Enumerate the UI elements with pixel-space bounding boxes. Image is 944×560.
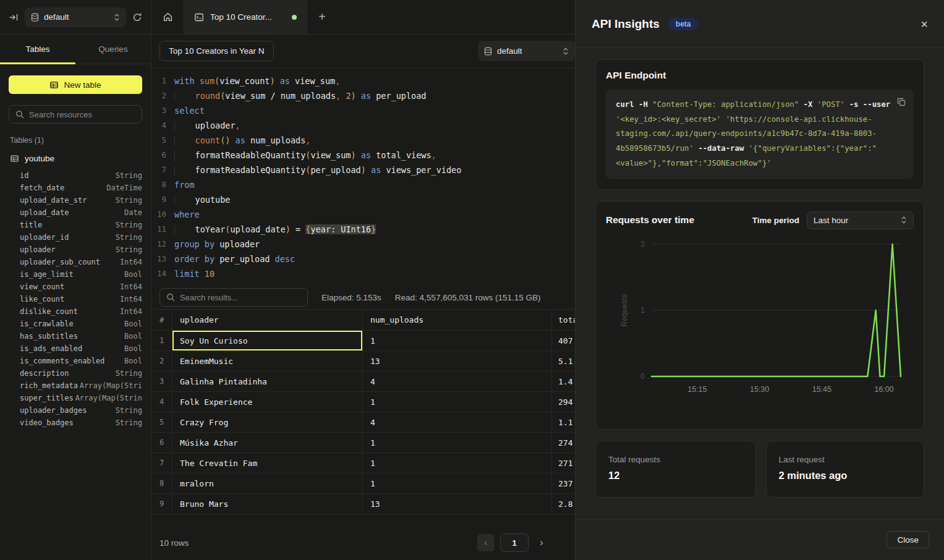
cell-num-uploads[interactable]: 13 (363, 494, 552, 514)
results-search-input[interactable] (180, 293, 301, 302)
table-row[interactable]: 1Soy Un Curioso1407 (151, 331, 575, 351)
page-number[interactable]: 1 (500, 533, 529, 552)
cell-num-uploads[interactable]: 1 (363, 473, 552, 493)
cell-num-uploads[interactable]: 13 (363, 351, 552, 371)
refresh-icon[interactable] (132, 12, 142, 22)
table-row[interactable]: 4Folk Experience1294 (151, 392, 575, 412)
table-row[interactable]: 6Músika Azhar1274 (151, 433, 575, 453)
cell-uploader[interactable]: Crazy Frog (172, 412, 363, 432)
column-row[interactable]: uploader_idString (0, 231, 151, 244)
query-tab[interactable]: Top 10 Creator... (184, 0, 307, 34)
results-search[interactable] (159, 288, 308, 307)
cell-uploader[interactable]: Folk Experience (172, 392, 363, 412)
tab-queries[interactable]: Queries (75, 35, 151, 64)
cell-num-uploads[interactable]: 4 (363, 371, 552, 391)
code-line: 11 toYear(upload_date) = {year: UInt16} (151, 222, 575, 237)
last-request-value: 2 minutes ago (779, 470, 912, 482)
cell-total-views[interactable]: 237 (552, 473, 575, 493)
column-row[interactable]: descriptionString (0, 367, 151, 380)
partial-row (151, 514, 575, 525)
column-row[interactable]: video_badgesString (0, 417, 151, 429)
column-row[interactable]: is_ads_enabledBool (0, 342, 151, 355)
query-database-selector[interactable]: default (478, 41, 575, 61)
app-window: default Tables Queries New table (0, 0, 944, 560)
collapse-sidebar-icon[interactable] (9, 12, 19, 22)
header-num-uploads[interactable]: num_uploads (363, 310, 552, 330)
column-row[interactable]: is_age_limitBool (0, 268, 151, 281)
query-toolbar: Top 10 Creators in Year N default (151, 35, 575, 68)
table-row[interactable]: 9Bruno Mars132.8 (151, 494, 575, 514)
column-row[interactable]: uploader_sub_countInt64 (0, 256, 151, 268)
table-row[interactable]: 8mralorn1237 (151, 473, 575, 494)
page-prev-button[interactable]: ‹ (477, 534, 495, 551)
home-button[interactable] (151, 0, 184, 34)
column-row[interactable]: is_crawlableBool (0, 318, 151, 330)
cell-uploader[interactable]: The Crevatin Fam (172, 453, 363, 473)
copy-icon[interactable] (896, 97, 906, 107)
time-period-label: Time period (752, 216, 799, 225)
column-row[interactable]: dislike_countInt64 (0, 305, 151, 318)
column-type: Bool (124, 357, 142, 365)
cell-total-views[interactable]: 274 (552, 433, 575, 452)
column-row[interactable]: is_comments_enabledBool (0, 355, 151, 367)
svg-text:0: 0 (640, 372, 645, 381)
token: as (356, 150, 376, 160)
line-number: 10 (151, 207, 174, 222)
column-row[interactable]: upload_date_strString (0, 194, 151, 206)
cell-total-views[interactable]: 1.4 (552, 371, 575, 391)
cell-total-views[interactable]: 1.1 (552, 412, 575, 432)
column-row[interactable]: super_titlesArray(Map(Strin (0, 392, 151, 404)
cell-uploader[interactable]: Soy Un Curioso (172, 331, 363, 350)
cell-total-views[interactable]: 407 (552, 331, 575, 350)
page-next-button[interactable]: › (534, 534, 549, 551)
header-total-views[interactable]: total_views (552, 310, 575, 330)
sidebar-search-input[interactable] (29, 110, 138, 119)
time-period-select[interactable]: Last hour (807, 211, 914, 229)
close-icon[interactable]: × (921, 18, 928, 30)
cell-num-uploads[interactable]: 1 (363, 331, 552, 350)
new-table-button[interactable]: New table (9, 75, 142, 94)
cell-uploader[interactable]: Galinha Pintadinha (172, 371, 363, 391)
table-row[interactable]: 5Crazy Frog41.1 (151, 412, 575, 433)
curl-token: --data-raw (698, 144, 744, 153)
column-row[interactable]: rich_metadataArray(Map(Stri (0, 380, 151, 392)
new-tab-button[interactable]: + (307, 0, 337, 34)
column-row[interactable]: idString (0, 169, 151, 182)
line-number: 6 (151, 148, 174, 163)
column-row[interactable]: fetch_dateDateTime (0, 182, 151, 194)
cell-total-views[interactable]: 271 (552, 453, 575, 473)
cell-uploader[interactable]: Bruno Mars (172, 494, 363, 514)
column-row[interactable]: uploaderString (0, 244, 151, 256)
column-row[interactable]: uploader_badgesString (0, 404, 151, 417)
column-row[interactable]: titleString (0, 219, 151, 231)
close-button[interactable]: Close (887, 531, 929, 548)
column-row[interactable]: view_countInt64 (0, 281, 151, 293)
table-item-youtube[interactable]: youtube (0, 150, 151, 167)
cell-num-uploads[interactable]: 1 (363, 433, 552, 452)
column-name: view_count (20, 282, 64, 291)
table-row[interactable]: 3Galinha Pintadinha41.4 (151, 371, 575, 392)
cell-uploader[interactable]: mralorn (172, 473, 363, 493)
token: desc (275, 254, 296, 264)
cell-total-views[interactable]: 294 (552, 392, 575, 412)
cell-num-uploads[interactable]: 1 (363, 453, 552, 473)
column-row[interactable]: like_countInt64 (0, 293, 151, 305)
tab-tables[interactable]: Tables (0, 35, 75, 64)
cell-num-uploads[interactable]: 4 (363, 412, 552, 432)
cell-uploader[interactable]: EminemMusic (172, 351, 363, 371)
cell-total-views[interactable]: 5.1 (552, 351, 575, 371)
table-row[interactable]: 7The Crevatin Fam1271 (151, 453, 575, 473)
cell-uploader[interactable]: Músika Azhar (172, 433, 363, 452)
query-title[interactable]: Top 10 Creators in Year N (159, 41, 274, 61)
cell-total-views[interactable]: 2.8 (552, 494, 575, 514)
token (175, 91, 195, 101)
table-row[interactable]: 2EminemMusic135.1 (151, 351, 575, 371)
header-uploader[interactable]: uploader (172, 310, 363, 330)
cell-num-uploads[interactable]: 1 (363, 392, 552, 412)
sql-editor[interactable]: 1with sum(view_count) as view_sum,2 roun… (151, 68, 575, 286)
sidebar-search[interactable] (9, 105, 142, 124)
column-row[interactable]: has_subtitlesBool (0, 330, 151, 342)
time-period-value: Last hour (814, 216, 901, 225)
column-row[interactable]: upload_dateDate (0, 206, 151, 219)
database-selector[interactable]: default (25, 7, 126, 27)
